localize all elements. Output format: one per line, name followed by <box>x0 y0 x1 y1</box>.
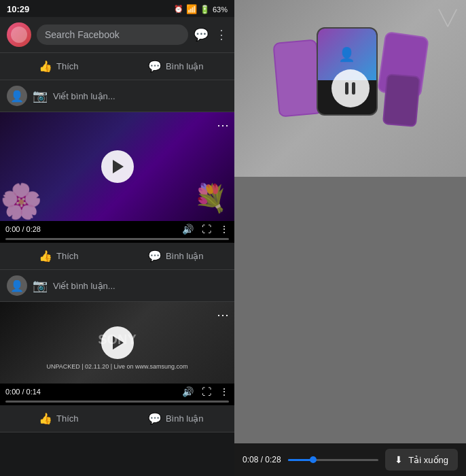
options-icon-1[interactable]: ⋮ <box>219 224 229 235</box>
video-progress-2[interactable] <box>5 401 229 403</box>
pause-bar-right <box>352 82 355 95</box>
download-button[interactable]: ⬇ Tải xuống <box>385 449 458 471</box>
volume-icon-2[interactable]: 🔊 <box>182 386 194 397</box>
pause-icon <box>345 82 355 95</box>
sony-watermark: SONY <box>98 332 137 347</box>
like-button-3[interactable]: 👍 Thích <box>0 409 118 428</box>
camera-icon-1[interactable]: 📷 <box>33 88 48 103</box>
pause-button[interactable] <box>331 69 370 107</box>
like-label-1: Thích <box>56 61 79 71</box>
comment-icon-2: 💬 <box>148 250 162 262</box>
video-progress-1[interactable] <box>5 238 229 240</box>
reaction-bar-1: 👍 Thích 💬 Bình luận <box>0 53 234 80</box>
video-controls-1: 0:00 / 0:28 🔊 ⛶ ⋮ <box>0 221 234 243</box>
right-panel: ╲╱ 👤 <box>234 0 466 476</box>
video-controls-top-2: 0:00 / 0:14 🔊 ⛶ ⋮ <box>5 386 229 397</box>
play-button-1[interactable] <box>101 150 134 183</box>
right-video-time: 0:08 / 0:28 <box>243 455 281 464</box>
comment-label-3: Bình luận <box>166 413 204 424</box>
flower-decoration-right: 💐 <box>194 182 228 214</box>
header-bar: Search Facebook 💬 ⋮ <box>0 17 234 53</box>
comment-avatar-1: 👤 <box>7 86 27 106</box>
phone-back <box>382 73 420 127</box>
pause-bar-left <box>345 82 348 95</box>
reaction-bar-2: 👍 Thích 💬 Bình luận <box>0 243 234 270</box>
status-time: 10:29 <box>7 4 29 14</box>
video-overlay-text: UNPACKED | 02.11.20 | Live on www.samsun… <box>0 363 234 370</box>
download-icon: ⬇ <box>395 454 403 465</box>
thumbs-up-icon: 👍 <box>39 60 52 73</box>
avatar-inner <box>11 27 27 43</box>
comment-placeholder-2[interactable]: Viết bình luận... <box>53 281 115 291</box>
diagonal-slash-icon[interactable]: ╲╱ <box>439 10 456 27</box>
video-thumbnail-1[interactable]: 🌸 💐 ⋯ <box>0 112 234 221</box>
comment-placeholder-1[interactable]: Viết bình luận... <box>53 91 115 101</box>
comment-button-2[interactable]: 💬 Bình luận <box>118 247 235 265</box>
like-button-2[interactable]: 👍 Thích <box>0 247 118 265</box>
video-time-2: 0:00 / 0:14 <box>5 388 41 396</box>
video-time-1: 0:00 / 0:28 <box>5 225 41 233</box>
battery-percent: 63% <box>213 5 228 14</box>
signal-icon: 📶 <box>186 4 197 14</box>
volume-icon-1[interactable]: 🔊 <box>182 224 194 235</box>
alarm-icon: ⏰ <box>174 5 183 14</box>
right-progress-dot <box>310 456 317 463</box>
left-panel: 10:29 ⏰ 📶 🔋 63% Search Facebook 💬 ⋮ 👍 Th… <box>0 0 234 476</box>
fullscreen-icon-1[interactable]: ⛶ <box>202 224 211 235</box>
status-icons: ⏰ 📶 🔋 63% <box>174 4 228 14</box>
video-section-2: SONY UNPACKED | 02.11.20 | Live on www.s… <box>0 302 234 405</box>
comment-icon-1: 💬 <box>148 60 162 73</box>
video-controls-top-1: 0:00 / 0:28 🔊 ⛶ ⋮ <box>5 224 229 235</box>
search-input[interactable]: Search Facebook <box>37 24 188 45</box>
thumbs-up-icon-2: 👍 <box>39 250 52 262</box>
messenger-icon[interactable]: 💬 <box>194 27 209 42</box>
camera-icon-2[interactable]: 📷 <box>33 278 48 293</box>
flower-decoration-left: 🌸 <box>0 182 42 221</box>
comment-button-1[interactable]: 💬 Bình luận <box>118 57 235 75</box>
user-icon-2: 👤 <box>10 279 24 292</box>
options-icon-2[interactable]: ⋮ <box>219 386 229 397</box>
right-video-bottom <box>234 177 466 443</box>
comment-icon-3: 💬 <box>148 412 162 425</box>
status-bar: 10:29 ⏰ 📶 🔋 63% <box>0 0 234 17</box>
header-icons: 💬 ⋮ <box>194 27 228 42</box>
download-label: Tải xuống <box>408 455 448 465</box>
like-label-3: Thích <box>56 413 79 424</box>
video-more-icon-1[interactable]: ⋯ <box>217 118 229 133</box>
play-icon-1 <box>113 160 124 173</box>
comment-label-1: Bình luận <box>166 61 204 71</box>
video-thumbnail-2[interactable]: SONY UNPACKED | 02.11.20 | Live on www.s… <box>0 302 234 384</box>
like-button-1[interactable]: 👍 Thích <box>0 57 118 75</box>
video-ctrl-icons-1: 🔊 ⛶ ⋮ <box>182 224 229 235</box>
video-controls-2: 0:00 / 0:14 🔊 ⛶ ⋮ <box>0 384 234 405</box>
search-placeholder: Search Facebook <box>45 29 120 40</box>
comment-avatar-2: 👤 <box>7 275 27 296</box>
comment-row-2: 👤 📷 Viết bình luận... <box>0 270 234 302</box>
video-section-1: 🌸 💐 ⋯ 0:00 / 0:28 🔊 ⛶ ⋮ <box>0 112 234 243</box>
user-icon-1: 👤 <box>10 90 24 103</box>
more-options-icon[interactable]: ⋮ <box>215 27 228 42</box>
right-controls: 0:08 / 0:28 ⬇ Tải xuống <box>234 443 466 476</box>
video-ctrl-icons-2: 🔊 ⛶ ⋮ <box>182 386 229 397</box>
avatar <box>7 22 31 47</box>
comment-button-3[interactable]: 💬 Bình luận <box>118 409 235 428</box>
thumbs-up-icon-3: 👍 <box>39 412 52 425</box>
video-more-icon-2[interactable]: ⋯ <box>217 307 229 322</box>
fullscreen-icon-2[interactable]: ⛶ <box>202 386 211 397</box>
battery-icon: 🔋 <box>200 5 210 14</box>
right-progress-bar[interactable] <box>288 459 379 461</box>
like-label-2: Thích <box>56 251 79 261</box>
phone-left <box>272 39 323 117</box>
right-video-top: 👤 <box>234 0 466 177</box>
comment-row-1: 👤 📷 Viết bình luận... <box>0 80 234 112</box>
reaction-bar-3: 👍 Thích 💬 Bình luận <box>0 405 234 432</box>
comment-label-2: Bình luận <box>166 251 204 261</box>
